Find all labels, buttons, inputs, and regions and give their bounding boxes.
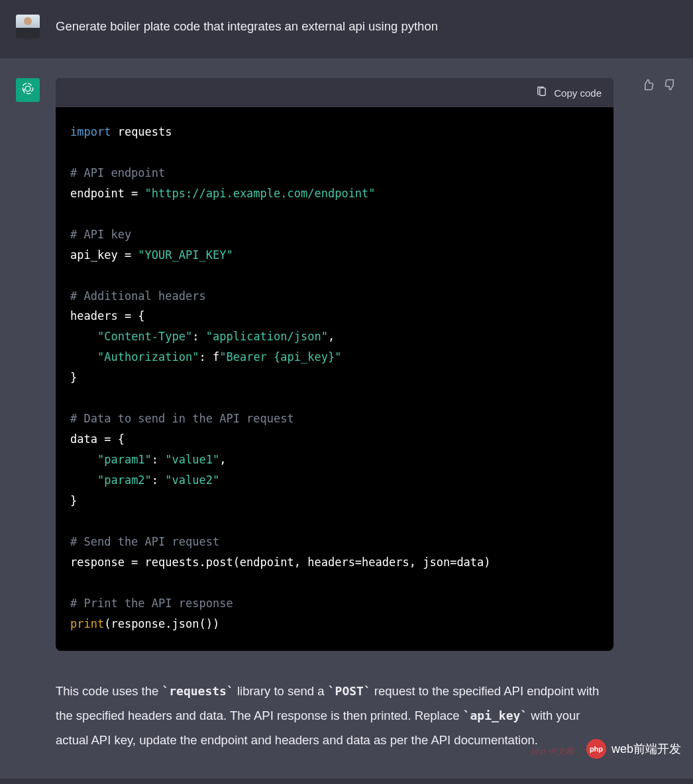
clipboard-icon — [536, 86, 547, 99]
assistant-message-row: Copy code import requests # API endpoint… — [0, 58, 693, 779]
svg-rect-1 — [540, 88, 546, 95]
assistant-content: Copy code import requests # API endpoint… — [56, 78, 677, 752]
code-content[interactable]: import requests # API endpoint endpoint … — [56, 107, 613, 651]
watermark-text: web前端开发 — [612, 741, 681, 757]
feedback-controls — [641, 78, 677, 94]
thumbs-up-icon[interactable] — [641, 78, 655, 94]
assistant-explanation: This code uses the `requests` library to… — [56, 651, 613, 752]
copy-code-button[interactable]: Copy code — [536, 86, 602, 99]
watermark: php web前端开发 — [586, 739, 681, 759]
copy-code-label: Copy code — [554, 87, 602, 99]
inline-code: `requests` — [162, 684, 233, 698]
code-block-header: Copy code — [56, 78, 613, 107]
svg-point-0 — [25, 86, 30, 91]
watermark-logo-icon: php — [586, 739, 606, 759]
watermark-secondary: php 中文网 — [531, 746, 574, 758]
user-prompt-text: Generate boiler plate code that integrat… — [56, 15, 438, 38]
inline-code: `POST` — [328, 684, 371, 698]
user-message-row: Generate boiler plate code that integrat… — [0, 0, 693, 58]
assistant-avatar — [16, 78, 40, 102]
thumbs-down-icon[interactable] — [664, 78, 677, 94]
user-avatar — [16, 15, 40, 38]
inline-code: `api_key` — [463, 709, 528, 722]
openai-logo-icon — [21, 81, 35, 99]
code-block: Copy code import requests # API endpoint… — [56, 78, 613, 651]
